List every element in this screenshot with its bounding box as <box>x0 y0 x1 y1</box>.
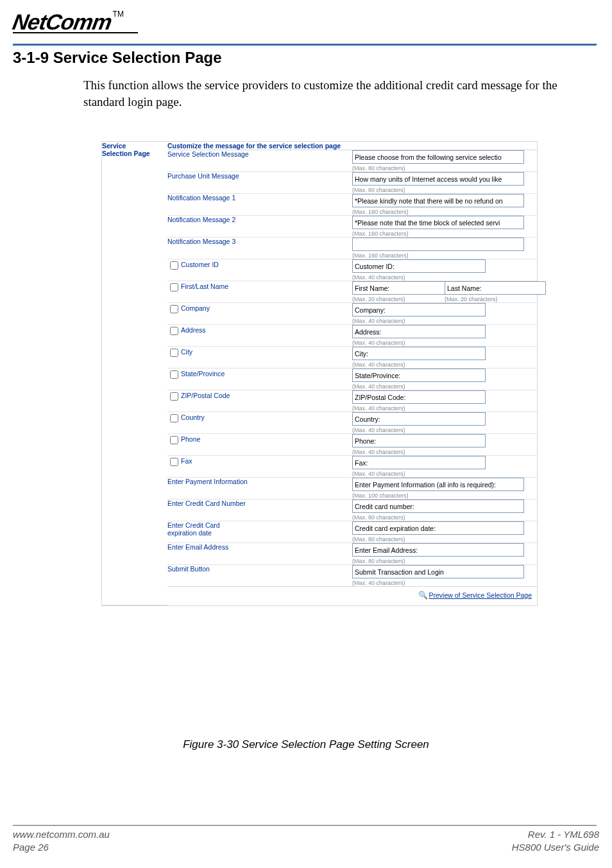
footer-url: www.netcomm.com.au <box>13 829 110 840</box>
label-notification-1: Notification Message 1 <box>167 194 352 216</box>
panel-title: Customize the message for the service se… <box>167 142 537 150</box>
hint-phone: (Max. 40 characters) <box>352 449 537 455</box>
hint-purchase-unit-message: (Max. 80 characters) <box>352 187 537 193</box>
label-cc-number: Enter Credit Card Number <box>167 499 352 521</box>
input-payment-info[interactable] <box>352 478 524 491</box>
label-phone: Phone <box>181 435 200 443</box>
hint-zip: (Max. 40 characters) <box>352 405 537 412</box>
magnifier-icon: 🔍 <box>418 591 428 600</box>
input-cc-exp[interactable] <box>352 521 524 535</box>
figure-caption: Figure 3-30 Service Selection Page Setti… <box>0 738 612 751</box>
footer-guide: HS800 User's Guide <box>512 842 599 853</box>
side-label-line2: Selection Page <box>102 150 150 157</box>
checkbox-phone[interactable] <box>170 436 178 444</box>
hint-email: (Max. 80 characters) <box>352 558 537 564</box>
label-service-selection-message: Service Selection Message <box>167 150 352 172</box>
section-body: This function allows the service provide… <box>83 77 597 110</box>
label-notification-2: Notification Message 2 <box>167 216 352 238</box>
input-first-name[interactable] <box>352 281 454 295</box>
hint-payment-info: (Max. 100 characters) <box>352 492 537 499</box>
hint-fax: (Max. 40 characters) <box>352 471 537 477</box>
logo-text: NetComm <box>11 10 114 35</box>
label-payment-info: Enter Payment Information <box>167 478 352 499</box>
hint-cc-number: (Max. 80 characters) <box>352 514 537 521</box>
checkbox-company[interactable] <box>170 305 178 313</box>
checkbox-city[interactable] <box>170 349 178 357</box>
section-heading: 3-1-9 Service Selection Page <box>13 49 222 67</box>
service-selection-panel: Service Selection Page Customize the mes… <box>101 141 538 606</box>
input-submit-button[interactable] <box>352 565 524 578</box>
checkbox-zip[interactable] <box>170 392 178 401</box>
input-purchase-unit-message[interactable] <box>352 172 524 186</box>
label-customer-id: Customer ID <box>181 261 219 268</box>
input-city[interactable] <box>352 347 486 360</box>
input-country[interactable] <box>352 412 486 426</box>
hint-city: (Max. 40 characters) <box>352 361 537 368</box>
side-label-line1: Service <box>102 142 126 150</box>
hint-notification-1: (Max. 160 characters) <box>352 209 537 215</box>
input-address[interactable] <box>352 325 486 338</box>
input-company[interactable] <box>352 303 486 317</box>
hint-first-name: (Max. 20 characters) <box>352 296 443 302</box>
checkbox-address[interactable] <box>170 327 178 335</box>
hint-submit-button: (Max. 40 characters) <box>352 580 537 586</box>
label-submit-button: Submit Button <box>167 565 352 587</box>
input-phone[interactable] <box>352 434 486 447</box>
input-zip[interactable] <box>352 390 486 404</box>
label-cc-exp: Enter Credit Card expiration date <box>167 521 352 543</box>
footer-left: www.netcomm.com.au Page 26 <box>13 828 110 853</box>
footer-divider <box>13 825 597 826</box>
checkbox-state[interactable] <box>170 370 178 379</box>
label-company: Company <box>181 304 210 312</box>
checkbox-country[interactable] <box>170 414 178 422</box>
label-cc-exp-line1: Enter Credit Card <box>167 521 220 529</box>
label-fax: Fax <box>181 457 192 465</box>
input-state[interactable] <box>352 369 486 382</box>
label-firstlast: First/Last Name <box>181 282 228 290</box>
logo-tm: TM <box>113 10 124 19</box>
hint-country: (Max. 40 characters) <box>352 427 537 433</box>
input-service-selection-message[interactable] <box>352 150 524 164</box>
hint-state: (Max. 40 characters) <box>352 383 537 390</box>
hint-last-name: (Max. 20 characters) <box>445 296 535 302</box>
label-city: City <box>181 348 192 356</box>
hint-address: (Max. 40 characters) <box>352 340 537 346</box>
input-last-name[interactable] <box>445 281 546 295</box>
label-cc-exp-line2: expiration date <box>167 529 212 537</box>
brand-logo: NetCommTM <box>13 10 154 39</box>
hint-company: (Max. 40 characters) <box>352 318 537 324</box>
section-divider <box>13 44 597 46</box>
label-purchase-unit-message: Purchase Unit Message <box>167 172 352 194</box>
input-notification-3[interactable] <box>352 238 524 251</box>
hint-customer-id: (Max. 40 characters) <box>352 274 537 281</box>
preview-link[interactable]: Preview of Service Selection Page <box>429 591 532 599</box>
hint-notification-3: (Max. 160 characters) <box>352 252 537 259</box>
input-email[interactable] <box>352 543 524 557</box>
footer-page: Page 26 <box>13 842 49 853</box>
checkbox-fax[interactable] <box>170 458 178 466</box>
input-customer-id[interactable] <box>352 259 486 273</box>
hint-notification-2: (Max. 160 characters) <box>352 230 537 237</box>
hint-service-selection-message: (Max. 80 characters) <box>352 165 537 171</box>
checkbox-customer-id[interactable] <box>170 261 178 270</box>
label-state: State/Province <box>181 370 225 378</box>
label-email: Enter Email Address <box>167 543 352 565</box>
footer-right: Rev. 1 - YML698 HS800 User's Guide <box>512 828 599 853</box>
label-notification-3: Notification Message 3 <box>167 238 352 259</box>
label-country: Country <box>181 413 205 421</box>
label-zip: ZIP/Postal Code <box>181 392 230 399</box>
hint-cc-exp: (Max. 80 characters) <box>352 536 537 542</box>
input-cc-number[interactable] <box>352 499 524 513</box>
input-fax[interactable] <box>352 456 486 469</box>
label-address: Address <box>181 326 206 334</box>
panel-side-label: Service Selection Page <box>102 142 167 605</box>
input-notification-1[interactable] <box>352 194 524 207</box>
checkbox-firstlast[interactable] <box>170 283 178 291</box>
footer-rev: Rev. 1 - YML698 <box>528 829 599 840</box>
input-notification-2[interactable] <box>352 216 524 229</box>
